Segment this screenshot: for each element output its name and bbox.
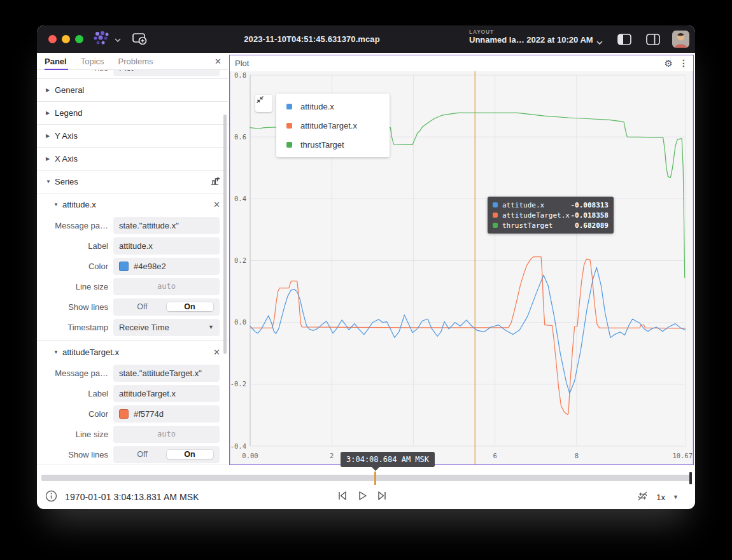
user-avatar[interactable] xyxy=(672,31,689,48)
sidebar-scrollbar[interactable] xyxy=(223,115,227,354)
sidebar-close-icon[interactable]: ✕ xyxy=(215,57,222,66)
color-swatch[interactable] xyxy=(119,262,129,271)
setting-row-show-lines: Show lines Off On xyxy=(37,297,228,317)
loop-off-icon[interactable] xyxy=(637,490,649,505)
show-lines-toggle: Off On xyxy=(113,298,220,316)
legend-item[interactable]: thrustTarget xyxy=(276,135,390,154)
data-source-chevron-icon[interactable] xyxy=(114,34,122,45)
setting-row-message-path: Message pa… state."attitudeTarget.x" xyxy=(37,363,228,383)
setting-row-message-path: Message pa… state."attitude.x" xyxy=(37,215,228,235)
color-input[interactable]: #4e98e2 xyxy=(113,258,220,275)
zoom-window-button[interactable] xyxy=(75,35,83,43)
plot-panel: Plot ⚙ ⋮ 0.80.60.40.20.0-0.2-0.40.002468… xyxy=(229,55,694,465)
plot-canvas[interactable]: 0.80.60.40.20.0-0.2-0.40.00246810.67 att… xyxy=(230,71,693,464)
title-field-input[interactable]: Plot xyxy=(113,70,220,76)
tab-panel[interactable]: Panel xyxy=(37,53,67,70)
title-setting-row-clipped: Title Plot xyxy=(37,70,228,79)
tab-topics[interactable]: Topics xyxy=(67,53,104,70)
series-color-swatch xyxy=(286,104,292,109)
tab-problems[interactable]: Problems xyxy=(104,53,153,70)
playback-timestamp: 1970-01-01 3:04:13.831 AM MSK xyxy=(65,492,199,502)
series-header-attitude-x[interactable]: ▼ attitude.x ✕ xyxy=(37,193,228,215)
label-input[interactable]: attitude.x xyxy=(113,237,220,255)
show-lines-off-button[interactable]: Off xyxy=(119,302,165,311)
setting-row-show-lines: Show lines Off On xyxy=(37,444,228,465)
section-y-axis[interactable]: ▶ Y Axis xyxy=(37,125,228,148)
panel-menu-kebab-icon[interactable]: ⋮ xyxy=(679,59,688,67)
app-window: 2023-11-10T04:51:45.631370.mcap LAYOUT U… xyxy=(37,25,695,509)
remove-series-icon[interactable]: ✕ xyxy=(213,347,220,357)
close-window-button[interactable] xyxy=(48,35,57,43)
series-header-attitude-target-x[interactable]: ▼ attitudeTarget.x ✕ xyxy=(37,341,228,363)
caret-right-icon: ▶ xyxy=(46,156,53,162)
show-lines-off-button[interactable]: Off xyxy=(119,450,165,459)
foxglove-logo-icon[interactable] xyxy=(92,31,111,48)
scrubber-playhead[interactable] xyxy=(689,472,692,484)
label-input[interactable]: attitudeTarget.x xyxy=(113,385,220,402)
seek-start-button[interactable] xyxy=(336,489,349,505)
setting-row-label: Label attitude.x xyxy=(37,235,228,256)
message-path-input[interactable]: state."attitudeTarget.x" xyxy=(113,365,220,382)
legend-collapse-button[interactable] xyxy=(255,95,272,112)
setting-row-line-size: Line size auto xyxy=(37,424,228,444)
layout-chevron-icon[interactable] xyxy=(596,36,603,48)
svg-text:0.00: 0.00 xyxy=(242,452,258,459)
tooltip-row: attitude.x -0.008313 xyxy=(493,200,609,210)
svg-text:-0.4: -0.4 xyxy=(230,442,246,450)
setting-row-timestamp: Timestamp Receive Time ▼ xyxy=(37,317,228,337)
left-sidebar-toggle-icon[interactable] xyxy=(616,31,633,48)
show-lines-on-button[interactable]: On xyxy=(167,450,213,459)
playback-scrubber[interactable] xyxy=(41,475,691,481)
tooltip-row: thrustTarget 0.682089 xyxy=(493,220,609,230)
play-button[interactable] xyxy=(356,489,369,505)
plot-panel-header[interactable]: Plot ⚙ ⋮ xyxy=(230,55,693,71)
section-legend[interactable]: ▶ Legend xyxy=(37,102,228,125)
title-field-label: Title xyxy=(37,70,108,73)
caret-down-icon: ▼ xyxy=(46,179,53,185)
show-lines-on-button[interactable]: On xyxy=(167,302,213,311)
section-series[interactable]: ▼ Series xyxy=(37,171,228,193)
plot-legend: attitude.x attitudeTarget.x thrustTarget xyxy=(276,94,390,157)
section-general[interactable]: ▶ General xyxy=(37,79,228,102)
scrubber-time-tooltip: 3:04:08.684 AM MSK xyxy=(341,452,435,467)
right-sidebar-toggle-icon[interactable] xyxy=(645,31,661,48)
panel-settings-gear-icon[interactable]: ⚙ xyxy=(665,59,673,68)
line-size-input[interactable]: auto xyxy=(113,426,220,443)
series-color-swatch xyxy=(286,142,292,148)
layout-name: Unnamed la… 2022 at 10:20 AM xyxy=(469,35,609,45)
color-swatch[interactable] xyxy=(119,409,129,419)
svg-text:2: 2 xyxy=(330,452,334,459)
playback-speed[interactable]: 1x xyxy=(656,493,665,502)
setting-row-color: Color #4e98e2 xyxy=(37,256,228,276)
message-path-input[interactable]: state."attitude.x" xyxy=(113,217,220,234)
info-icon[interactable] xyxy=(45,490,57,505)
playback-controls-bar: 1970-01-01 3:04:13.831 AM MSK xyxy=(37,485,695,509)
svg-text:0.8: 0.8 xyxy=(234,71,246,79)
add-series-icon[interactable] xyxy=(210,176,220,188)
caret-right-icon: ▶ xyxy=(46,87,53,93)
traffic-lights xyxy=(48,35,83,43)
seek-end-button[interactable] xyxy=(376,489,388,505)
svg-text:0.2: 0.2 xyxy=(234,256,246,264)
data-source-title[interactable]: 2023-11-10T04:51:45.631370.mcap xyxy=(244,25,379,53)
titlebar: 2023-11-10T04:51:45.631370.mcap LAYOUT U… xyxy=(37,25,695,53)
svg-text:0.0: 0.0 xyxy=(234,318,246,326)
timestamp-select[interactable]: Receive Time ▼ xyxy=(113,319,220,336)
settings-sidebar: Panel Topics Problems ✕ Title Plot ▶ Gen… xyxy=(37,53,228,495)
svg-text:8: 8 xyxy=(575,452,579,459)
legend-item[interactable]: attitude.x xyxy=(276,97,390,116)
plot-panel-title: Plot xyxy=(235,59,249,68)
line-size-input[interactable]: auto xyxy=(113,278,220,295)
setting-row-color: Color #f5774d xyxy=(37,403,228,424)
svg-text:10.67: 10.67 xyxy=(672,452,693,459)
series-color-swatch xyxy=(493,202,498,207)
minimize-window-button[interactable] xyxy=(62,35,70,43)
chevron-down-icon[interactable]: ▼ xyxy=(673,494,679,500)
svg-text:0.4: 0.4 xyxy=(234,195,246,202)
layout-selector[interactable]: LAYOUT Unnamed la… 2022 at 10:20 AM xyxy=(469,29,609,45)
section-x-axis[interactable]: ▶ X Axis xyxy=(37,148,228,171)
legend-item[interactable]: attitudeTarget.x xyxy=(276,116,390,135)
remove-series-icon[interactable]: ✕ xyxy=(213,200,220,209)
add-panel-icon[interactable] xyxy=(132,31,147,48)
color-input[interactable]: #f5774d xyxy=(113,405,220,423)
